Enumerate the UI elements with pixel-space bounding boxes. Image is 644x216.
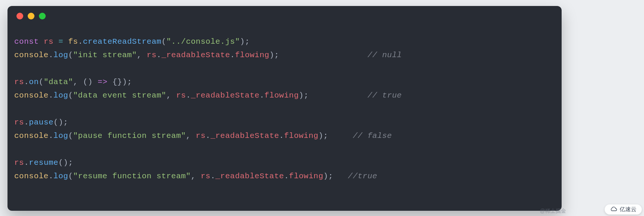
space bbox=[78, 78, 83, 86]
space bbox=[171, 91, 176, 100]
fn-log: log bbox=[54, 172, 68, 180]
obj-console: console bbox=[14, 51, 49, 59]
pad bbox=[279, 51, 368, 59]
comment-true: // true bbox=[367, 91, 402, 100]
code-block: const rs = fs.createReadStream("../conso… bbox=[7, 26, 562, 191]
str-resume: "resume function stream" bbox=[73, 172, 191, 180]
paren-open: ( bbox=[83, 78, 88, 86]
paren-close: ) bbox=[323, 172, 328, 180]
paren-close: ) bbox=[240, 37, 245, 46]
dot: . bbox=[186, 91, 191, 100]
space bbox=[142, 51, 147, 59]
traffic-lights bbox=[16, 13, 46, 19]
obj-fs: fs bbox=[68, 37, 78, 46]
dot: . bbox=[259, 91, 264, 100]
paren-open: ( bbox=[161, 37, 166, 46]
prop-flowing: flowing bbox=[235, 51, 270, 59]
comma: , bbox=[191, 172, 196, 180]
close-icon[interactable] bbox=[16, 13, 23, 19]
pad bbox=[328, 132, 353, 140]
str-data: "data" bbox=[44, 78, 73, 86]
semicolon: ; bbox=[63, 118, 68, 127]
var-rs: rs bbox=[14, 78, 24, 86]
var-rs: rs bbox=[44, 37, 54, 46]
minimize-icon[interactable] bbox=[28, 13, 34, 19]
str-dataevt: "data event stream" bbox=[73, 91, 166, 100]
obj-console: console bbox=[14, 132, 49, 140]
dot: . bbox=[24, 118, 29, 127]
paren-close: ) bbox=[58, 118, 63, 127]
dot: . bbox=[279, 132, 284, 140]
dot: . bbox=[49, 91, 54, 100]
dot: . bbox=[49, 172, 54, 180]
comment-null: // null bbox=[367, 51, 402, 59]
paren-open: ( bbox=[54, 118, 58, 127]
paren-close: ) bbox=[63, 158, 68, 167]
prop-readableState: _readableState bbox=[161, 51, 230, 59]
dot: . bbox=[157, 51, 161, 59]
dot: . bbox=[230, 51, 235, 59]
keyword-const: const bbox=[14, 37, 39, 46]
semicolon: ; bbox=[328, 172, 333, 180]
dot: . bbox=[49, 51, 54, 59]
watermark-yisu: 亿速云 bbox=[605, 204, 642, 215]
fn-log: log bbox=[54, 51, 68, 59]
code-window: const rs = fs.createReadStream("../conso… bbox=[7, 6, 562, 211]
var-rs: rs bbox=[147, 51, 157, 59]
comma: , bbox=[73, 78, 78, 86]
brace-close: } bbox=[117, 78, 122, 86]
watermark-label: 亿速云 bbox=[620, 206, 637, 213]
fn-log: log bbox=[54, 91, 68, 100]
paren-open: ( bbox=[68, 132, 73, 140]
comment-false: // false bbox=[353, 132, 392, 140]
semicolon: ; bbox=[68, 158, 73, 167]
paren-close: ) bbox=[299, 91, 304, 100]
var-rs: rs bbox=[176, 91, 186, 100]
obj-console: console bbox=[14, 172, 49, 180]
semicolon: ; bbox=[127, 78, 132, 86]
var-rs: rs bbox=[14, 118, 24, 127]
semicolon: ; bbox=[274, 51, 279, 59]
op-eq: = bbox=[58, 37, 63, 46]
space bbox=[107, 78, 112, 86]
paren-close: ) bbox=[318, 132, 323, 140]
semicolon: ; bbox=[323, 132, 328, 140]
zoom-icon[interactable] bbox=[39, 13, 46, 19]
paren-open: ( bbox=[68, 91, 73, 100]
dot: . bbox=[24, 158, 29, 167]
prop-readableState: _readableState bbox=[215, 172, 284, 180]
watermark-juejin: @稀土掘金 bbox=[540, 208, 566, 215]
comment-true2: //true bbox=[348, 172, 377, 180]
paren-open: ( bbox=[39, 78, 44, 86]
space bbox=[93, 78, 98, 86]
window-titlebar bbox=[7, 6, 562, 26]
paren-close: ) bbox=[122, 78, 127, 86]
prop-flowing: flowing bbox=[264, 91, 299, 100]
paren-open: ( bbox=[68, 172, 73, 180]
semicolon: ; bbox=[304, 91, 309, 100]
comma: , bbox=[137, 51, 142, 59]
paren-close: ) bbox=[88, 78, 93, 86]
comma: , bbox=[186, 132, 191, 140]
fn-pause: pause bbox=[29, 118, 54, 127]
obj-console: console bbox=[14, 91, 49, 100]
space bbox=[191, 132, 196, 140]
prop-flowing: flowing bbox=[284, 132, 319, 140]
dot: . bbox=[206, 132, 210, 140]
brace-open: { bbox=[112, 78, 117, 86]
fn-on: on bbox=[29, 78, 39, 86]
str-init: "init stream" bbox=[73, 51, 137, 59]
str-path: "../console.js" bbox=[166, 37, 240, 46]
comma: , bbox=[166, 91, 171, 100]
paren-open: ( bbox=[68, 51, 73, 59]
prop-readableState: _readableState bbox=[191, 91, 259, 100]
prop-flowing: flowing bbox=[289, 172, 323, 180]
var-rs: rs bbox=[196, 132, 206, 140]
dot: . bbox=[284, 172, 289, 180]
var-rs: rs bbox=[14, 158, 24, 167]
paren-open: ( bbox=[58, 158, 63, 167]
dot: . bbox=[24, 78, 29, 86]
paren-close: ) bbox=[269, 51, 274, 59]
prop-readableState: _readableState bbox=[210, 132, 279, 140]
dot: . bbox=[49, 132, 54, 140]
